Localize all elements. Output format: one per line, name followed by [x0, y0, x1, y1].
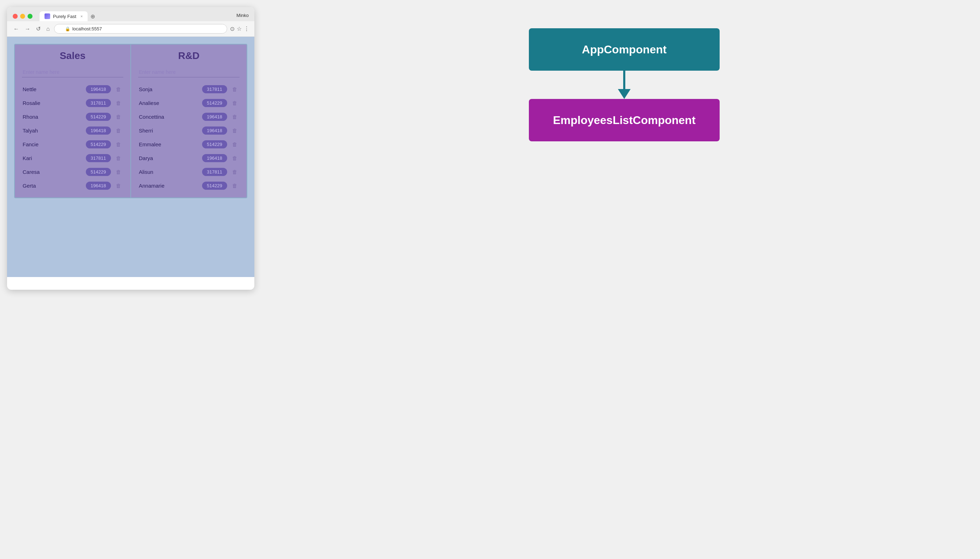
- sales-input[interactable]: [22, 67, 123, 78]
- employee-name: Sonja: [139, 86, 202, 92]
- tab-title: Purely Fast: [53, 14, 76, 19]
- sales-employee-list: Nettle 196418 🗑 Rosalie 317811 🗑 Rhona 5…: [22, 83, 123, 192]
- rd-panel: R&D Sonja 317811 🗑 Analiese 514229 🗑 Con…: [131, 45, 246, 197]
- employee-name: Annamarie: [139, 183, 202, 189]
- delete-button[interactable]: 🗑: [114, 99, 122, 107]
- diagram-arrow: [621, 71, 628, 99]
- app-component-box: AppComponent: [529, 28, 720, 71]
- employee-badge: 196418: [202, 126, 227, 135]
- table-row: Sonja 317811 🗑: [138, 83, 240, 95]
- employee-name: Kari: [23, 155, 86, 161]
- browser-window: Purely Fast × ⊕ Minko ← → ↺ ⌂ 🔒 localhos…: [7, 7, 255, 290]
- delete-button[interactable]: 🗑: [114, 141, 122, 148]
- employee-name: Emmalee: [139, 141, 202, 147]
- home-button[interactable]: ⌂: [45, 25, 51, 33]
- employee-badge: 514229: [86, 140, 111, 149]
- sales-title: Sales: [22, 50, 123, 61]
- table-row: Rhona 514229 🗑: [22, 111, 123, 123]
- employee-badge: 317811: [202, 85, 227, 93]
- table-row: Alisun 317811 🗑: [138, 166, 240, 178]
- browser-content: Sales Nettle 196418 🗑 Rosalie 317811 🗑 R…: [7, 37, 255, 277]
- table-row: Darya 196418 🗑: [138, 152, 240, 164]
- table-row: Sherri 196418 🗑: [138, 124, 240, 137]
- employee-badge: 514229: [86, 168, 111, 176]
- delete-button[interactable]: 🗑: [114, 113, 122, 121]
- arrow-head: [618, 89, 631, 99]
- browser-titlebar: Purely Fast × ⊕ Minko: [7, 7, 255, 21]
- app-component-label: AppComponent: [582, 43, 667, 56]
- table-row: Talyah 196418 🗑: [22, 124, 123, 137]
- employee-name: Gerta: [23, 183, 86, 189]
- tab-close-button[interactable]: ×: [81, 14, 83, 18]
- back-button[interactable]: ←: [12, 25, 20, 33]
- delete-button[interactable]: 🗑: [231, 127, 239, 134]
- delete-button[interactable]: 🗑: [231, 86, 239, 93]
- reload-button[interactable]: ↺: [35, 25, 42, 33]
- close-button[interactable]: [13, 14, 18, 19]
- delete-button[interactable]: 🗑: [231, 182, 239, 189]
- employee-name: Alisun: [139, 169, 202, 175]
- delete-button[interactable]: 🗑: [114, 182, 122, 189]
- departments-container: Sales Nettle 196418 🗑 Rosalie 317811 🗑 R…: [14, 44, 247, 198]
- table-row: Annamarie 514229 🗑: [138, 180, 240, 192]
- employee-badge: 514229: [202, 182, 227, 190]
- table-row: Gerta 196418 🗑: [22, 180, 123, 192]
- browser-controls-row: Purely Fast × ⊕ Minko: [13, 11, 249, 21]
- employees-component-box: EmployeesListComponent: [529, 99, 720, 141]
- minimize-button[interactable]: [20, 14, 25, 19]
- employee-name: Rhona: [23, 114, 86, 120]
- employee-name: Caresa: [23, 169, 86, 175]
- table-row: Fancie 514229 🗑: [22, 138, 123, 150]
- cast-icon[interactable]: ⊙: [230, 25, 235, 32]
- active-tab[interactable]: Purely Fast ×: [40, 11, 88, 21]
- table-row: Rosalie 317811 🗑: [22, 97, 123, 109]
- employees-component-label: EmployeesListComponent: [553, 114, 696, 127]
- employee-badge: 317811: [86, 99, 111, 107]
- user-label: Minko: [236, 13, 249, 20]
- employee-name: Darya: [139, 155, 202, 161]
- sales-panel: Sales Nettle 196418 🗑 Rosalie 317811 🗑 R…: [15, 45, 131, 197]
- employee-name: Nettle: [23, 86, 86, 92]
- delete-button[interactable]: 🗑: [231, 154, 239, 162]
- delete-button[interactable]: 🗑: [114, 86, 122, 93]
- tab-bar: Purely Fast × ⊕: [40, 11, 233, 21]
- new-tab-button[interactable]: ⊕: [88, 12, 98, 21]
- table-row: Caresa 514229 🗑: [22, 166, 123, 178]
- menu-icon[interactable]: ⋮: [244, 25, 250, 32]
- table-row: Nettle 196418 🗑: [22, 83, 123, 95]
- delete-button[interactable]: 🗑: [114, 168, 122, 175]
- browser-toolbar: ← → ↺ ⌂ 🔒 localhost:5557 ⊙ ☆ ⋮: [7, 21, 255, 37]
- delete-button[interactable]: 🗑: [231, 113, 239, 121]
- lock-icon: 🔒: [65, 26, 70, 31]
- employee-name: Rosalie: [23, 100, 86, 106]
- url-display: localhost:5557: [73, 26, 102, 31]
- table-row: Analiese 514229 🗑: [138, 97, 240, 109]
- diagram-area: AppComponent EmployeesListComponent: [276, 7, 973, 162]
- employee-name: Talyah: [23, 127, 86, 134]
- table-row: Emmalee 514229 🗑: [138, 138, 240, 150]
- table-row: Kari 317811 🗑: [22, 152, 123, 164]
- table-row: Concettina 196418 🗑: [138, 111, 240, 123]
- delete-button[interactable]: 🗑: [231, 99, 239, 107]
- employee-badge: 514229: [202, 140, 227, 149]
- toolbar-actions: ⊙ ☆ ⋮: [230, 25, 250, 32]
- arrow-line: [623, 71, 625, 89]
- employee-badge: 196418: [86, 126, 111, 135]
- delete-button[interactable]: 🗑: [231, 141, 239, 148]
- maximize-button[interactable]: [28, 14, 33, 19]
- address-bar[interactable]: 🔒 localhost:5557: [54, 24, 227, 33]
- rd-employee-list: Sonja 317811 🗑 Analiese 514229 🗑 Concett…: [138, 83, 240, 192]
- forward-button[interactable]: →: [23, 25, 32, 33]
- employee-badge: 196418: [202, 154, 227, 162]
- bookmark-icon[interactable]: ☆: [237, 25, 242, 32]
- delete-button[interactable]: 🗑: [231, 168, 239, 175]
- delete-button[interactable]: 🗑: [114, 127, 122, 134]
- employee-badge: 514229: [202, 99, 227, 107]
- employee-badge: 196418: [86, 85, 111, 93]
- rd-input[interactable]: [138, 67, 240, 78]
- employee-name: Fancie: [23, 141, 86, 147]
- employee-name: Sherri: [139, 127, 202, 134]
- tab-favicon: [45, 13, 50, 19]
- employee-badge: 196418: [86, 182, 111, 190]
- delete-button[interactable]: 🗑: [114, 154, 122, 162]
